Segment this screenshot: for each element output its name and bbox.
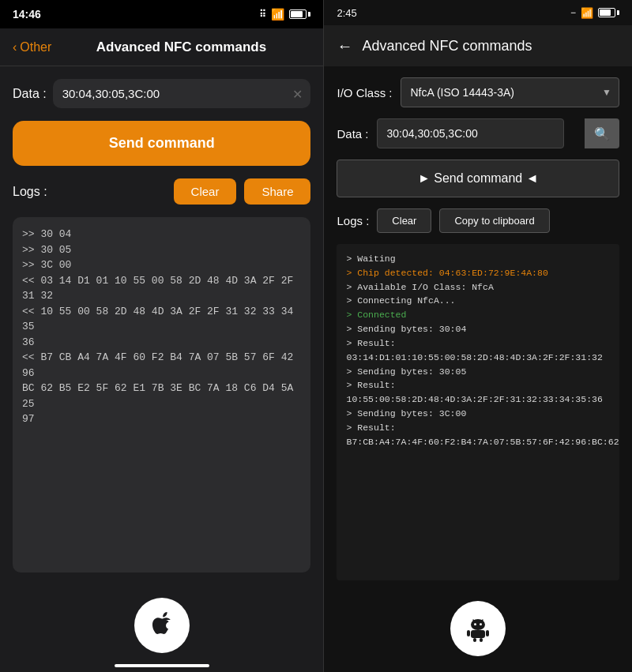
ios-logs-label: Logs : [13, 185, 47, 199]
android-io-class-container: NfcA (ISO 14443-3A) NfcB (ISO 14443-3B) … [401, 77, 620, 107]
ios-data-input[interactable] [53, 79, 311, 108]
wifi-icon: 📶 [271, 8, 284, 21]
android-status-icons: − 📶 [570, 7, 619, 19]
android-data-row: Data : 🔍 [337, 118, 619, 148]
android-wifi-icon: 📶 [581, 7, 593, 19]
ios-log-line: 36 [22, 335, 301, 351]
ios-status-icons: ⠿ 📶 [259, 8, 310, 21]
android-copy-button[interactable]: Copy to clipboard [439, 208, 549, 233]
android-back-icon[interactable]: ← [337, 37, 352, 55]
ios-logs-content: >> 30 04>> 30 05>> 3C 00<< 03 14 D1 01 1… [22, 227, 301, 427]
ios-log-line: BC 62 B5 E2 5F 62 E1 7B 3E BC 7A 18 C6 D… [22, 381, 301, 411]
ios-input-clear-icon[interactable]: ✕ [292, 86, 303, 101]
android-log-line: > Connecting NfcA... [346, 294, 610, 308]
ios-nav-title: Advanced NFC commands [51, 39, 310, 55]
ios-log-line: << B7 CB A4 7A 4F 60 F2 B4 7A 07 5B 57 6… [22, 350, 301, 381]
ios-data-row: Data : ✕ [13, 79, 310, 108]
ios-footer [0, 585, 323, 672]
ios-logs-box: >> 30 04>> 30 05>> 3C 00<< 03 14 D1 01 1… [13, 217, 310, 573]
android-clear-button[interactable]: Clear [377, 208, 431, 233]
android-logs-content: > Waiting> Chip detected: 04:63:ED:72:9E… [346, 252, 610, 449]
android-log-line: > Result: 10:55:00:58:2D:48:4D:3A:2F:2F:… [346, 378, 610, 407]
android-log-line: > Connected [346, 308, 610, 322]
ios-log-line: << 03 14 D1 01 10 55 00 58 2D 48 4D 3A 2… [22, 273, 301, 304]
ios-nav-bar: ‹ Other Advanced NFC commands [0, 28, 323, 66]
svg-rect-6 [471, 630, 485, 638]
ios-log-line: >> 30 05 [22, 242, 301, 258]
android-data-input-container: 🔍 [377, 118, 619, 148]
android-log-line: > Sending bytes: 3C:00 [346, 407, 610, 421]
ios-send-button[interactable]: Send command [13, 121, 310, 166]
ios-status-bar: 14:46 ⠿ 📶 [0, 0, 323, 28]
ios-data-label: Data : [13, 87, 47, 101]
svg-rect-8 [486, 630, 489, 636]
ios-back-label: Other [20, 40, 51, 54]
chevron-left-icon: ‹ [13, 40, 17, 54]
android-log-line: > Sending bytes: 30:05 [346, 365, 610, 379]
android-io-class-select[interactable]: NfcA (ISO 14443-3A) NfcB (ISO 14443-3B) … [401, 77, 620, 107]
ios-log-line: >> 30 04 [22, 227, 301, 242]
ios-share-button[interactable]: Share [244, 178, 310, 205]
ios-log-line: 97 [22, 411, 301, 427]
ios-input-container: ✕ [53, 79, 311, 108]
svg-rect-9 [473, 638, 476, 642]
svg-point-3 [480, 623, 482, 625]
android-send-button[interactable]: ► Send command ◄ [337, 160, 619, 197]
android-log-line: > Waiting [346, 252, 610, 266]
ios-logs-header: Logs : Clear Share [13, 178, 310, 205]
ios-logs-buttons: Clear Share [174, 178, 311, 205]
ios-log-line: << 10 55 00 58 2D 48 4D 3A 2F 2F 31 32 3… [22, 304, 301, 335]
svg-point-1 [471, 619, 485, 630]
android-io-class-row: I/O Class : NfcA (ISO 14443-3A) NfcB (IS… [337, 77, 619, 107]
ios-log-line: >> 3C 00 [22, 257, 301, 273]
android-log-line: > Result: 03:14:D1:01:10:55:00:58:2D:48:… [346, 336, 610, 365]
ios-back-button[interactable]: ‹ Other [13, 40, 51, 54]
android-toolbar-title: Advanced NFC commands [362, 38, 619, 54]
android-logo-icon [462, 613, 494, 644]
android-log-line: > Result: B7:CB:A4:7A:4F:60:F2:B4:7A:07:… [346, 421, 610, 449]
ios-content: Data : ✕ Send command Logs : Clear Share… [0, 66, 323, 585]
android-battery-icon [598, 8, 619, 17]
svg-rect-10 [480, 638, 483, 642]
android-toolbar: ← Advanced NFC commands [324, 25, 632, 66]
grid-icon: ⠿ [259, 9, 266, 20]
android-minus-icon: − [570, 7, 576, 18]
svg-point-2 [474, 623, 476, 625]
android-time: 2:45 [337, 7, 356, 19]
android-data-label: Data : [337, 127, 368, 141]
android-logs-header: Logs : Clear Copy to clipboard [337, 208, 619, 233]
svg-rect-7 [467, 630, 470, 636]
android-log-line: > Sending bytes: 30:04 [346, 322, 610, 336]
android-data-input[interactable] [377, 118, 564, 148]
android-search-button[interactable]: 🔍 [585, 118, 619, 148]
search-icon: 🔍 [594, 126, 610, 141]
android-io-class-label: I/O Class : [337, 86, 392, 99]
ios-time: 14:46 [13, 8, 41, 21]
apple-logo-circle [134, 598, 190, 653]
android-logs-label: Logs : [337, 214, 369, 227]
ios-home-indicator [115, 664, 209, 667]
apple-logo-icon [148, 610, 176, 642]
android-footer [324, 591, 632, 672]
android-status-bar: 2:45 − 📶 [324, 0, 632, 25]
android-content: I/O Class : NfcA (ISO 14443-3A) NfcB (IS… [324, 66, 632, 591]
android-logs-box: > Waiting> Chip detected: 04:63:ED:72:9E… [337, 244, 619, 580]
android-logo-circle [450, 601, 506, 656]
battery-icon [289, 9, 310, 19]
ios-panel: 14:46 ⠿ 📶 ‹ Other Advanced NFC commands … [0, 0, 323, 672]
android-log-line: > Available I/O Class: NfcA [346, 280, 610, 295]
android-panel: 2:45 − 📶 ← Advanced NFC commands I/O Cla… [324, 0, 632, 672]
ios-clear-button[interactable]: Clear [174, 178, 237, 205]
android-log-line: > Chip detected: 04:63:ED:72:9E:4A:80 [346, 266, 610, 280]
